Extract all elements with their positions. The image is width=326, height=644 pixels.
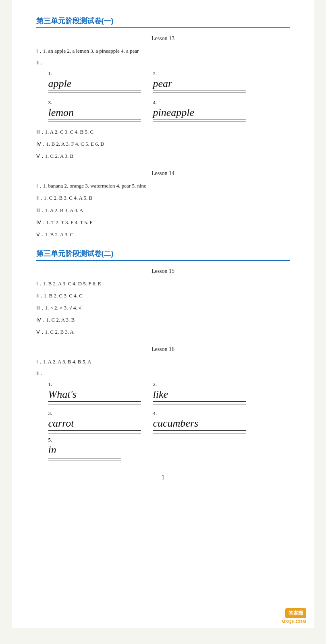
- lesson16-hw-row3: 5. in: [48, 437, 290, 462]
- roman-IV: Ⅳ．: [36, 141, 46, 147]
- hw16-num-3: 3.: [48, 410, 141, 417]
- lesson13-title: Lesson 13: [36, 35, 290, 42]
- hw-item-3: 3. lemon: [48, 99, 141, 124]
- lesson14-answer-II: Ⅱ．1. C 2. B 3. C 4. A 5. B: [36, 194, 290, 202]
- lesson13-answer-V: Ⅴ．1. C 2. A 3. B: [36, 152, 290, 161]
- hw16-word-carrot: carrot: [48, 417, 141, 431]
- section1-title: 第三单元阶段测试卷(一): [36, 16, 290, 28]
- hw16-num-2: 2.: [153, 381, 246, 388]
- watermark-badge: 答案圈: [285, 608, 306, 618]
- hw16-num-4: 4.: [153, 410, 246, 417]
- hw-item-1: 1. apple: [48, 70, 141, 95]
- lesson13-handwriting-row1: 1. apple 2. pear: [48, 70, 290, 95]
- lesson14-answer-V: Ⅴ．1. B 2. A 3. C: [36, 230, 290, 239]
- hw16-item-1: 1. What's: [48, 381, 141, 406]
- lesson15-block: Lesson 15 Ⅰ．1. B 2. A 3. C 4. D 5. F 6. …: [36, 268, 290, 336]
- lesson16-answer-I: Ⅰ．1. A 2. A 3. B 4. B 5. A: [36, 357, 290, 366]
- hw-underline-3: [48, 121, 141, 122]
- roman-I: Ⅰ．: [36, 48, 43, 54]
- hw16-item-4: 4. cucumbers: [153, 410, 246, 435]
- hw-word-lemon: lemon: [48, 107, 141, 120]
- watermark-url: MXQE.COM: [281, 619, 306, 624]
- lesson15-title: Lesson 15: [36, 268, 290, 275]
- hw-underline-1: [48, 92, 141, 93]
- hw-underline-3b: [48, 123, 141, 123]
- lesson14-title: Lesson 14: [36, 170, 290, 177]
- lesson13-answer-I: Ⅰ．1. an apple 2. a lemon 3. a pineapple …: [36, 47, 290, 56]
- section2-title: 第三单元阶段测试卷(二): [36, 249, 290, 261]
- roman-III: Ⅲ．: [36, 129, 45, 135]
- hw-num-1: 1.: [48, 70, 141, 77]
- hw-underline-1b: [48, 94, 141, 94]
- hw-word-apple: apple: [48, 78, 141, 91]
- watermark: 答案圈 MXQE.COM: [281, 608, 306, 624]
- lesson15-answer-III: Ⅲ．1. × 2. × 3. √ 4. √: [36, 303, 290, 312]
- lesson15-answer-IV: Ⅳ．1. C 2. A 3. B: [36, 316, 290, 324]
- lesson13-answer-III: Ⅲ．1. A 2. C 3. C 4. B 5. C: [36, 128, 290, 136]
- lesson15-answer-V: Ⅴ．1. C 2. B 3. A: [36, 328, 290, 336]
- hw16-num-1: 1.: [48, 381, 141, 388]
- hw16-word-in: in: [48, 444, 121, 457]
- page-number: 1: [36, 474, 290, 481]
- lesson16-block: Lesson 16 Ⅰ．1. A 2. A 3. B 4. B 5. A Ⅱ． …: [36, 346, 290, 462]
- hw-underline-4b: [153, 123, 246, 123]
- hw16-item-2: 2. like: [153, 381, 246, 406]
- hw-underline-2: [153, 92, 246, 93]
- hw-word-pear: pear: [153, 78, 246, 91]
- hw16-word-cucumbers: cucumbers: [153, 417, 246, 431]
- hw-item-4: 4. pineapple: [153, 99, 246, 124]
- hw-item-2: 2. pear: [153, 70, 246, 95]
- hw16-item-3: 3. carrot: [48, 410, 141, 435]
- lesson16-hw-row2: 3. carrot 4. cucumbers: [48, 410, 290, 435]
- lesson15-answer-II: Ⅱ．1. B 2. C 3. C 4. C: [36, 291, 290, 300]
- hw16-word-whats: What's: [48, 388, 141, 402]
- hw16-word-like: like: [153, 388, 246, 402]
- lesson16-hw-row1: 1. What's 2. like: [48, 381, 290, 406]
- lesson14-block: Lesson 14 Ⅰ．1. banana 2. orange 3. water…: [36, 170, 290, 239]
- hw-num-2: 2.: [153, 70, 246, 77]
- lesson14-answer-III: Ⅲ．1. A 2. B 3. A 4. A: [36, 206, 290, 215]
- hw-underline-2b: [153, 94, 246, 94]
- lesson16-roman-II: Ⅱ．: [36, 370, 44, 376]
- lesson14-answer-I: Ⅰ．1. banana 2. orange 3. watermelon 4. p…: [36, 182, 290, 190]
- lesson15-answer-I: Ⅰ．1. B 2. A 3. C 4. D 5. F 6. E: [36, 279, 290, 288]
- hw16-num-5: 5.: [48, 437, 121, 443]
- lesson13-roman-II: Ⅱ．: [36, 60, 44, 66]
- roman-V: Ⅴ．: [36, 153, 45, 159]
- hw-num-4: 4.: [153, 99, 246, 106]
- lesson13-handwriting-row2: 3. lemon 4. pineapple: [48, 99, 290, 124]
- lesson13-answer-IV: Ⅳ．1. B 2. A 3. F 4. C 5. E 6. D: [36, 140, 290, 149]
- hw-underline-4: [153, 121, 246, 122]
- lesson16-hw-section: Ⅱ． 1. What's 2. like 3. carrot: [36, 369, 290, 462]
- lesson13-block: Lesson 13 Ⅰ．1. an apple 2. a lemon 3. a …: [36, 35, 290, 161]
- lesson16-title: Lesson 16: [36, 346, 290, 353]
- hw-word-pineapple: pineapple: [153, 107, 246, 120]
- lesson14-answer-IV: Ⅳ．1. T 2. T 3. F 4. T 5. F: [36, 218, 290, 227]
- hw16-item-5: 5. in: [48, 437, 121, 462]
- hw-num-3: 3.: [48, 99, 141, 106]
